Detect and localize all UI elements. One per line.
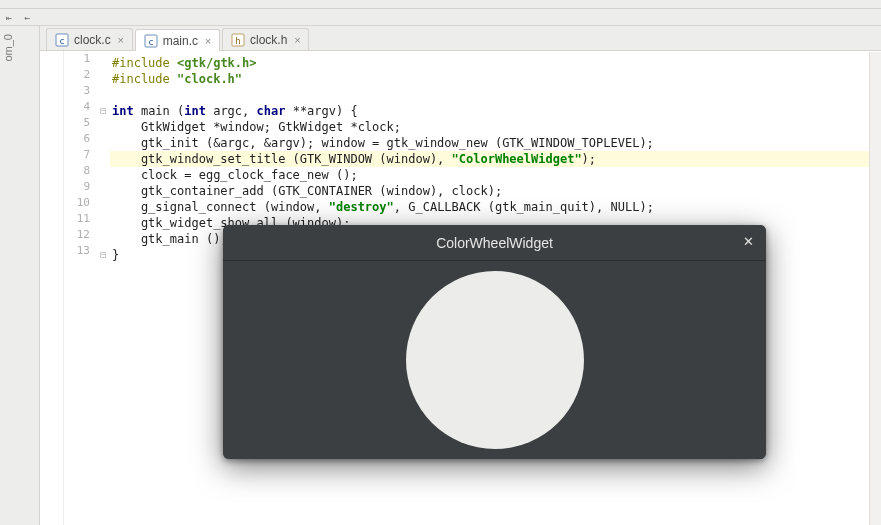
- code-line[interactable]: #include <gtk/gtk.h>: [110, 55, 881, 71]
- line-number[interactable]: 7: [64, 147, 96, 163]
- gtk-window-body: [223, 261, 766, 459]
- fold-spacer: [96, 167, 110, 183]
- fold-spacer: [96, 231, 110, 247]
- line-number[interactable]: 4: [64, 99, 96, 115]
- gtk-titlebar[interactable]: ColorWheelWidget ✕: [223, 225, 766, 261]
- fold-toggle-icon[interactable]: ⊟: [96, 247, 110, 263]
- line-number[interactable]: 9: [64, 179, 96, 195]
- back-icon[interactable]: ←: [20, 10, 34, 24]
- line-number[interactable]: 3: [64, 83, 96, 99]
- fold-spacer: [96, 87, 110, 103]
- fold-spacer: [96, 135, 110, 151]
- svg-text:h: h: [235, 36, 240, 46]
- window-chrome-top: [0, 0, 881, 9]
- file-tab-label: clock.h: [250, 33, 287, 47]
- line-number[interactable]: 8: [64, 163, 96, 179]
- fold-spacer: [96, 151, 110, 167]
- fold-gutter[interactable]: ⊟⊟: [96, 51, 110, 525]
- code-line[interactable]: gtk_window_set_title (GTK_WINDOW (window…: [110, 151, 881, 167]
- tab-close-icon[interactable]: ×: [292, 34, 302, 46]
- fold-spacer: [96, 71, 110, 87]
- gtk-app-window[interactable]: ColorWheelWidget ✕: [223, 225, 766, 459]
- fold-toggle-icon[interactable]: ⊟: [96, 103, 110, 119]
- close-icon[interactable]: ✕: [740, 234, 756, 250]
- header-file-icon: h: [231, 33, 245, 47]
- breakpoint-gutter[interactable]: [40, 51, 64, 525]
- line-number[interactable]: 11: [64, 211, 96, 227]
- file-tab-clock-c[interactable]: cclock.c×: [46, 28, 133, 50]
- line-number[interactable]: 1: [64, 51, 96, 67]
- file-tab-label: clock.c: [74, 33, 111, 47]
- code-line[interactable]: gtk_init (&argc, &argv); window = gtk_wi…: [110, 135, 881, 151]
- tool-window-sidebar: om_0: [0, 26, 40, 525]
- fold-spacer: [96, 183, 110, 199]
- line-number[interactable]: 13: [64, 243, 96, 259]
- line-number[interactable]: 10: [64, 195, 96, 211]
- clock-face-circle: [406, 271, 584, 449]
- code-line[interactable]: #include "clock.h": [110, 71, 881, 87]
- c-file-icon: c: [144, 34, 158, 48]
- editor-tab-bar: cclock.c×cmain.c×hclock.h×: [40, 26, 881, 51]
- fold-spacer: [96, 215, 110, 231]
- fold-spacer: [96, 119, 110, 135]
- code-line[interactable]: int main (int argc, char **argv) {: [110, 103, 881, 119]
- line-number[interactable]: 6: [64, 131, 96, 147]
- toolbar: ⇤ ←: [0, 9, 881, 26]
- line-number[interactable]: 2: [64, 67, 96, 83]
- file-tab-main-c[interactable]: cmain.c×: [135, 29, 220, 51]
- code-line[interactable]: GtkWidget *window; GtkWidget *clock;: [110, 119, 881, 135]
- code-line[interactable]: clock = egg_clock_face_new ();: [110, 167, 881, 183]
- gtk-window-title: ColorWheelWidget: [436, 235, 553, 251]
- code-line[interactable]: [110, 87, 881, 103]
- fold-spacer: [96, 199, 110, 215]
- line-number[interactable]: 12: [64, 227, 96, 243]
- sidebar-label[interactable]: om_0: [0, 30, 16, 66]
- fold-spacer: [96, 55, 110, 71]
- file-tab-label: main.c: [163, 34, 198, 48]
- code-line[interactable]: g_signal_connect (window, "destroy", G_C…: [110, 199, 881, 215]
- file-tab-clock-h[interactable]: hclock.h×: [222, 28, 309, 50]
- tab-close-icon[interactable]: ×: [116, 34, 126, 46]
- svg-text:c: c: [148, 37, 153, 47]
- dock-left-icon[interactable]: ⇤: [2, 10, 16, 24]
- vertical-scrollbar[interactable]: [869, 52, 881, 525]
- c-file-icon: c: [55, 33, 69, 47]
- svg-text:c: c: [59, 36, 64, 46]
- code-line[interactable]: gtk_container_add (GTK_CONTAINER (window…: [110, 183, 881, 199]
- tab-close-icon[interactable]: ×: [203, 35, 213, 47]
- line-number[interactable]: 5: [64, 115, 96, 131]
